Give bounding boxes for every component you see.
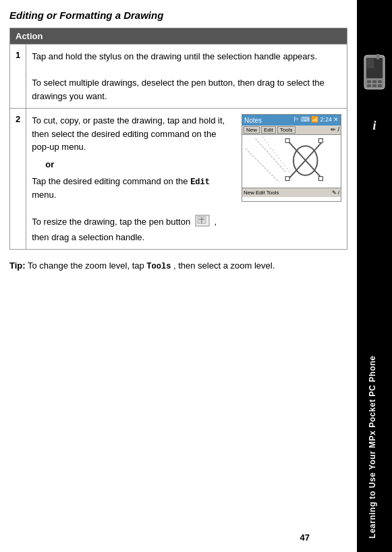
page-container: Editing or Formatting a Drawing Action 1…	[0, 0, 392, 552]
table-row-2: 2 To cut, copy, or paste the drawing, ta…	[10, 109, 347, 250]
row2-resize-text: To resize the drawing, tap the pen butto…	[32, 215, 235, 244]
row-content-1: Tap and hold the stylus on the drawing u…	[26, 45, 347, 109]
row1-main-text: Tap and hold the stylus on the drawing u…	[32, 50, 341, 63]
info-circle-icon: i	[364, 115, 385, 136]
svg-rect-23	[378, 84, 382, 87]
screenshot-toolbar: New Edit Tools ✏ /	[242, 126, 341, 135]
svg-rect-13	[285, 177, 289, 181]
page-number: 47	[300, 532, 310, 543]
row2-resize-part1: To resize the drawing, tap the pen butto…	[32, 217, 190, 227]
page-title: Editing or Formatting a Drawing	[9, 9, 347, 21]
screenshot-mockup: Notes 🏳 ⌨ 📶 2:24 ✕ New	[242, 114, 341, 202]
row2-edit-text: Tap the desired editing command on the E…	[32, 175, 235, 202]
screenshot-canvas	[242, 135, 341, 188]
row2-edit-part1: Tap the desired editing command on the	[32, 176, 188, 186]
status-icons: ✎ /	[332, 189, 339, 197]
toolbar-tools-btn[interactable]: Tools	[277, 126, 296, 134]
tip-text1: To change the zoom level, tap	[28, 260, 144, 271]
svg-rect-22	[372, 84, 376, 87]
svg-rect-18	[367, 80, 371, 83]
row2-or: or	[45, 158, 235, 171]
screenshot-controls: 🏳 ⌨ 📶 2:24 ✕	[293, 115, 339, 125]
pen-button-icon	[195, 215, 210, 231]
drawing-canvas-svg	[242, 135, 341, 188]
screenshot-titlebar: Notes 🏳 ⌨ 📶 2:24 ✕	[242, 115, 341, 126]
svg-rect-4	[242, 136, 341, 188]
side-bar: i Learning to Use Your MPx Pocket PC Pho…	[357, 0, 392, 552]
screenshot-close: ✕	[333, 115, 339, 125]
toolbar-new-btn[interactable]: New	[244, 126, 260, 134]
row1-sub-text: To select multiple drawings, deselect th…	[32, 76, 341, 103]
row-number-2: 2	[10, 109, 26, 250]
svg-rect-12	[318, 138, 323, 142]
screenshot-icon-keyboard: ⌨	[301, 115, 310, 125]
row-number-1: 1	[10, 45, 26, 109]
row2-edit-part2: menu.	[32, 190, 56, 200]
svg-rect-17	[367, 59, 374, 68]
svg-rect-14	[318, 177, 323, 181]
main-content: Editing or Formatting a Drawing Action 1…	[0, 0, 357, 552]
svg-rect-11	[285, 138, 289, 142]
svg-rect-20	[378, 80, 382, 83]
table-row: 1 Tap and hold the stylus on the drawing…	[10, 45, 347, 109]
status-tools: Tools	[267, 189, 279, 197]
status-new: New	[244, 189, 254, 197]
tip-text2: , then select a zoom level.	[173, 260, 275, 271]
screenshot-icon-flag: 🏳	[293, 115, 300, 125]
row2-inner: To cut, copy, or paste the drawing, tap …	[32, 114, 341, 244]
svg-rect-19	[372, 80, 376, 83]
row2-main-text: To cut, copy, or paste the drawing, tap …	[32, 114, 235, 154]
screenshot-title: Notes	[244, 115, 262, 126]
instructions-table: Action 1 Tap and hold the stylus on the …	[9, 28, 347, 250]
row2-edit-menu: Edit	[190, 177, 210, 187]
tip-section: Tip: To change the zoom level, tap Tools…	[9, 259, 347, 273]
svg-rect-21	[367, 84, 371, 87]
toolbar-icons: ✏ /	[331, 126, 339, 135]
row2-text-block: To cut, copy, or paste the drawing, tap …	[32, 114, 235, 244]
status-edit: Edit	[256, 189, 265, 197]
screenshot-statusbar: New Edit Tools ✎ /	[242, 188, 341, 197]
table-header: Action	[10, 28, 347, 45]
tip-tools-word: Tools	[146, 262, 171, 271]
phone-icon	[362, 54, 387, 101]
toolbar-edit-btn[interactable]: Edit	[261, 126, 276, 134]
tip-label: Tip:	[9, 260, 26, 271]
screenshot-battery: 📶 2:24	[311, 115, 332, 125]
svg-rect-24	[376, 54, 379, 59]
sidebar-text: Learning to Use Your MPx Pocket PC Phone	[357, 356, 392, 539]
row-content-2: To cut, copy, or paste the drawing, tap …	[26, 109, 347, 250]
